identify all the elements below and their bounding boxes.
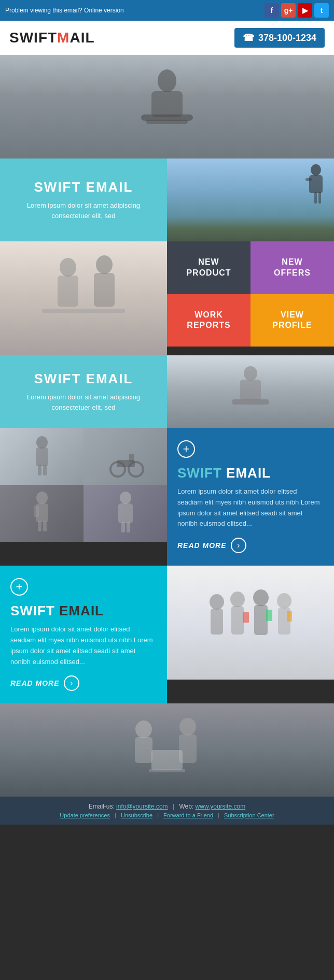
svg-point-0 [158,69,176,92]
read-more-label-2: READ MORE [10,679,60,687]
swift-email-col-1: SWIFT EMAIL Lorem ipsum dolor sit amet a… [0,158,167,241]
work-reports-button[interactable]: WORKREPORTS [167,294,251,347]
svg-rect-20 [43,465,47,475]
section-4-row: + SWIFT EMAIL Lorem ipsum dolor sit amet… [0,428,334,566]
svg-point-14 [244,366,257,381]
svg-rect-6 [305,178,312,181]
footer-email[interactable]: info@yoursite.com [116,803,168,810]
footer-links-row: Update preferences | Unsubscribe | Forwa… [5,812,329,818]
article-text-1: Lorem ipsum dolor sit amet dolor elitsed… [177,486,324,529]
footer-update-prefs[interactable]: Update preferences [60,812,110,818]
article-1-col: + SWIFT EMAIL Lorem ipsum dolor sit amet… [167,428,334,566]
small-photo-3 [0,485,84,542]
logo-wift: WIFT [20,30,57,46]
svg-rect-42 [243,612,249,623]
hero-silhouette [136,65,198,148]
read-more-2[interactable]: READ MORE › [10,675,157,691]
svg-point-17 [36,436,48,449]
top-bar: Problem viewing this email? Online versi… [0,0,334,21]
working-photo-col [0,241,167,355]
svg-point-34 [210,594,224,610]
small-photo-2 [84,428,167,485]
laptop-photo-col [167,355,334,428]
footer-forward[interactable]: Forward to a Friend [163,812,213,818]
phone-box[interactable]: ☎ 378-100-1234 [234,28,325,48]
read-more-arrow-1[interactable]: › [231,538,246,553]
youtube-icon[interactable]: ▶ [298,3,312,18]
logo: SWIFTMAIL [9,30,95,46]
title-swift-1: SWIFT EMAIL [34,179,133,195]
bottom-hero-photo [0,703,334,797]
svg-point-30 [120,492,131,504]
four-photos-grid [0,428,167,542]
svg-point-36 [230,592,245,607]
article-title-1: SWIFT EMAIL [177,465,324,481]
hero-photo [0,55,334,158]
swift-email-col-2: SWIFT EMAIL Lorem ipsum dolor sit amet a… [0,355,167,428]
logo-s: S [9,30,20,46]
logo-ail: AIL [69,30,94,46]
working-silhouettes [32,252,135,345]
twitter-icon[interactable]: t [314,3,329,18]
read-more-arrow-2[interactable]: › [64,675,79,691]
svg-rect-24 [129,454,134,462]
city-photo-col [167,158,334,241]
svg-rect-12 [94,273,115,307]
buttons-grid: NEWPRODUCT NEWOFFERS WORKREPORTS VIEWPRO… [167,241,334,347]
laptop-photo [167,355,334,428]
swift-email-block-1: SWIFT EMAIL Lorem ipsum dolor sit amet a… [0,158,167,241]
social-icons-group: f g+ ▶ t [265,3,329,18]
plus-icon-2: + [10,578,28,596]
sp3-silhouette [26,490,58,537]
small-photo-1 [0,428,84,485]
article-text-2: Lorem ipsum dolor sit amet dolor elitsed… [10,624,157,667]
svg-rect-39 [254,605,268,635]
new-product-button[interactable]: NEWPRODUCT [167,241,251,294]
swift-email-desc-2: Lorem ipsum dolor sit amet adipiscing co… [10,392,157,412]
footer-unsubscribe[interactable]: Unsubscribe [121,812,152,818]
article-block-1: + SWIFT EMAIL Lorem ipsum dolor sit amet… [167,428,334,566]
buttons-grid-col: NEWPRODUCT NEWOFFERS WORKREPORTS VIEWPRO… [167,241,334,355]
svg-rect-1 [151,91,183,117]
svg-rect-3 [146,120,188,124]
article-block-2: + SWIFT EMAIL Lorem ipsum dolor sit amet… [0,566,167,703]
small-photo-4 [84,485,167,542]
svg-rect-15 [240,380,261,400]
photographer-silhouette [303,164,329,210]
swift-email-title-2: SWIFT EMAIL [34,371,133,387]
section-2-row: NEWPRODUCT NEWOFFERS WORKREPORTS VIEWPRO… [0,241,334,355]
svg-rect-19 [38,465,41,475]
view-profile-button[interactable]: VIEWPROFILE [251,294,334,347]
bottom-silhouettes [100,711,234,789]
four-photos-col [0,428,167,566]
logo-m: M [57,30,69,46]
svg-rect-16 [232,399,269,405]
article-title-2: SWIFT EMAIL [10,603,157,619]
footer-web[interactable]: www.yoursite.com [196,803,246,810]
read-more-1[interactable]: READ MORE › [177,538,324,553]
svg-rect-10 [58,276,78,307]
sp2-silhouette [107,433,144,480]
students-silhouettes [199,581,302,674]
work-reports-label: WORKREPORTS [187,310,230,332]
footer-contact: Email-us: info@yoursite.com | Web: www.y… [5,803,329,810]
city-photo [167,158,334,241]
footer-subscription[interactable]: Subscription Center [224,812,274,818]
googleplus-icon[interactable]: g+ [281,3,296,18]
new-offers-label: NEWOFFERS [274,257,311,279]
working-photo [0,241,167,355]
phone-number: 378-100-1234 [258,33,316,44]
section-5-row: + SWIFT EMAIL Lorem ipsum dolor sit amet… [0,566,334,703]
svg-rect-43 [266,610,272,621]
facebook-icon[interactable]: f [265,3,279,18]
section-3-row: SWIFT EMAIL Lorem ipsum dolor sit amet a… [0,355,334,428]
svg-rect-27 [34,506,39,517]
sp1-silhouette [26,433,58,480]
laptop-silhouette-2 [225,363,276,420]
cyan-article-col: + SWIFT EMAIL Lorem ipsum dolor sit amet… [0,566,167,703]
svg-point-4 [311,164,321,176]
new-offers-button[interactable]: NEWOFFERS [251,241,334,294]
article-email-2: EMAIL [55,603,104,618]
footer: Email-us: info@yoursite.com | Web: www.y… [0,797,334,825]
svg-point-40 [277,593,291,609]
